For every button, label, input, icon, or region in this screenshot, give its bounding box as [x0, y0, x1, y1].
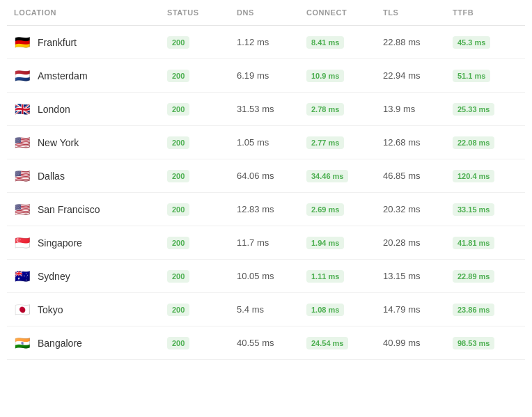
expand-button-sydney[interactable]: ⌄ — [522, 269, 532, 283]
ttfb-cell-tokyo: 23.86 ms — [453, 304, 522, 316]
location-cell-singapore: 🇸🇬 Singapore — [14, 237, 167, 249]
tls-value-tokyo: 14.79 ms — [383, 304, 453, 315]
location-name-new-york: New York — [38, 137, 79, 148]
tls-value-dallas: 46.85 ms — [383, 171, 453, 181]
dns-value-sydney: 10.05 ms — [237, 271, 306, 281]
table-row: 🇦🇺 Sydney 200 10.05 ms 1.11 ms 13.15 ms … — [7, 260, 525, 293]
connect-badge-tokyo: 1.08 ms — [306, 304, 344, 316]
status-badge-tokyo: 200 — [167, 304, 189, 316]
header-status: STATUS — [167, 8, 237, 17]
location-name-dallas: Dallas — [38, 171, 65, 182]
table-row: 🇸🇬 Singapore 200 11.7 ms 1.94 ms 20.28 m… — [7, 226, 525, 260]
ttfb-badge-new-york: 22.08 ms — [453, 136, 494, 149]
header-connect: CONNECT — [306, 8, 383, 17]
dns-value-san-francisco: 12.83 ms — [237, 204, 306, 214]
tls-value-singapore: 20.28 ms — [383, 237, 453, 248]
status-cell-london: 200 — [167, 103, 237, 116]
dns-value-dallas: 64.06 ms — [237, 171, 306, 181]
status-badge-frankfurt: 200 — [167, 36, 189, 49]
ttfb-cell-london: 25.33 ms — [453, 103, 522, 116]
dns-value-singapore: 11.7 ms — [237, 237, 306, 248]
ttfb-badge-sydney: 22.89 ms — [453, 270, 494, 283]
expand-button-amsterdam[interactable]: ⌄ — [522, 69, 532, 82]
status-badge-san-francisco: 200 — [167, 203, 189, 216]
flag-san-francisco: 🇺🇸 — [14, 203, 31, 216]
header-location: LOCATION — [14, 8, 167, 17]
connect-badge-bangalore: 24.54 ms — [306, 337, 348, 349]
ttfb-cell-bangalore: 98.53 ms — [453, 337, 522, 349]
location-cell-amsterdam: 🇳🇱 Amsterdam — [14, 70, 167, 82]
expand-button-tokyo[interactable]: ⌄ — [522, 303, 532, 316]
location-name-sydney: Sydney — [38, 271, 70, 282]
expand-button-new-york[interactable]: ⌄ — [522, 136, 532, 149]
expand-button-singapore[interactable]: ⌄ — [522, 236, 532, 249]
expand-button-bangalore[interactable]: ⌄ — [522, 336, 532, 349]
ttfb-cell-frankfurt: 45.3 ms — [453, 36, 522, 49]
location-cell-sydney: 🇦🇺 Sydney — [14, 270, 167, 283]
flag-bangalore: 🇮🇳 — [14, 337, 31, 349]
status-badge-london: 200 — [167, 103, 189, 116]
ttfb-badge-dallas: 120.4 ms — [453, 170, 494, 182]
status-badge-sydney: 200 — [167, 270, 189, 283]
status-cell-amsterdam: 200 — [167, 70, 237, 82]
connect-cell-amsterdam: 10.9 ms — [306, 70, 383, 82]
table-row: 🇺🇸 San Francisco 200 12.83 ms 2.69 ms 20… — [7, 193, 525, 226]
flag-tokyo: 🇯🇵 — [14, 304, 31, 316]
header-tls: TLS — [383, 8, 453, 17]
ttfb-cell-singapore: 41.81 ms — [453, 237, 522, 249]
dns-value-new-york: 1.05 ms — [237, 137, 306, 148]
dns-value-london: 31.53 ms — [237, 104, 306, 114]
location-cell-london: 🇬🇧 London — [14, 103, 167, 116]
location-name-singapore: Singapore — [38, 237, 82, 249]
expand-button-frankfurt[interactable]: ⌄ — [522, 36, 532, 49]
expand-button-dallas[interactable]: ⌄ — [522, 169, 532, 182]
status-cell-bangalore: 200 — [167, 337, 237, 349]
tls-value-london: 13.9 ms — [383, 104, 453, 114]
status-cell-frankfurt: 200 — [167, 36, 237, 49]
location-cell-frankfurt: 🇩🇪 Frankfurt — [14, 36, 167, 49]
dns-value-frankfurt: 1.12 ms — [237, 37, 306, 47]
connect-cell-london: 2.78 ms — [306, 103, 383, 116]
status-cell-dallas: 200 — [167, 170, 237, 182]
ttfb-badge-amsterdam: 51.1 ms — [453, 70, 490, 82]
connect-cell-new-york: 2.77 ms — [306, 136, 383, 149]
flag-new-york: 🇺🇸 — [14, 136, 31, 149]
tls-value-amsterdam: 22.94 ms — [383, 70, 453, 81]
connect-badge-frankfurt: 8.41 ms — [306, 36, 344, 49]
connect-badge-london: 2.78 ms — [306, 103, 344, 116]
ttfb-badge-singapore: 41.81 ms — [453, 237, 494, 249]
status-badge-bangalore: 200 — [167, 337, 189, 349]
connect-cell-tokyo: 1.08 ms — [306, 304, 383, 316]
location-cell-new-york: 🇺🇸 New York — [14, 136, 167, 149]
status-badge-amsterdam: 200 — [167, 70, 189, 82]
ttfb-cell-sydney: 22.89 ms — [453, 270, 522, 283]
status-cell-san-francisco: 200 — [167, 203, 237, 216]
connect-badge-dallas: 34.46 ms — [306, 170, 348, 182]
ttfb-cell-dallas: 120.4 ms — [453, 170, 522, 182]
tls-value-bangalore: 40.99 ms — [383, 338, 453, 348]
connect-cell-dallas: 34.46 ms — [306, 170, 383, 182]
location-name-bangalore: Bangalore — [38, 338, 82, 349]
expand-button-san-francisco[interactable]: ⌄ — [522, 203, 532, 216]
flag-amsterdam: 🇳🇱 — [14, 70, 31, 82]
location-name-london: London — [38, 104, 70, 115]
connect-cell-singapore: 1.94 ms — [306, 237, 383, 249]
connect-badge-sydney: 1.11 ms — [306, 270, 344, 283]
status-cell-new-york: 200 — [167, 136, 237, 149]
location-cell-bangalore: 🇮🇳 Bangalore — [14, 337, 167, 349]
status-badge-new-york: 200 — [167, 136, 189, 149]
flag-sydney: 🇦🇺 — [14, 270, 31, 283]
connect-badge-singapore: 1.94 ms — [306, 237, 344, 249]
location-name-san-francisco: San Francisco — [38, 204, 100, 215]
header-ttfb: TTFB — [453, 8, 522, 17]
ttfb-badge-london: 25.33 ms — [453, 103, 494, 116]
flag-london: 🇬🇧 — [14, 103, 31, 116]
table-row: 🇳🇱 Amsterdam 200 6.19 ms 10.9 ms 22.94 m… — [7, 59, 525, 93]
location-cell-tokyo: 🇯🇵 Tokyo — [14, 304, 167, 316]
dns-value-amsterdam: 6.19 ms — [237, 70, 306, 81]
status-cell-sydney: 200 — [167, 270, 237, 283]
ttfb-badge-bangalore: 98.53 ms — [453, 337, 494, 349]
status-badge-dallas: 200 — [167, 170, 189, 182]
dns-value-bangalore: 40.55 ms — [237, 338, 306, 348]
expand-button-london[interactable]: ⌄ — [522, 102, 532, 116]
